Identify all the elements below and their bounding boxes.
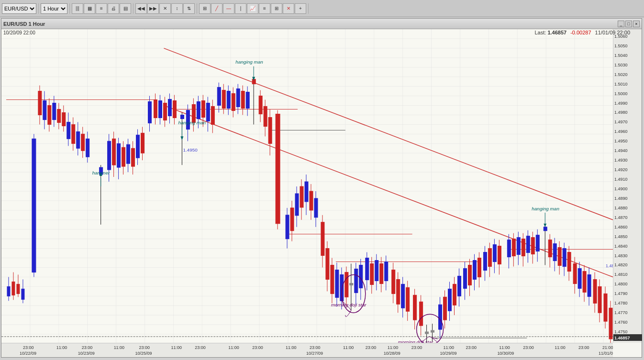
svg-rect-270 xyxy=(563,249,566,267)
svg-rect-152 xyxy=(246,92,249,109)
hline-btn[interactable]: — xyxy=(223,3,234,14)
svg-text:23:00: 23:00 xyxy=(578,345,589,350)
svg-text:1.4960: 1.4960 xyxy=(614,129,627,134)
print-btn[interactable]: 🖨 xyxy=(108,3,119,14)
svg-text:10/29/09: 10/29/09 xyxy=(440,351,457,356)
svg-rect-98 xyxy=(108,141,111,170)
svg-text:1.4990: 1.4990 xyxy=(614,101,627,106)
scroll-right-btn[interactable]: ▶▶ xyxy=(147,3,159,14)
svg-rect-112 xyxy=(141,133,144,153)
svg-rect-194 xyxy=(359,265,363,288)
svg-text:23:00: 23:00 xyxy=(82,345,92,350)
svg-rect-110 xyxy=(136,135,140,158)
svg-rect-150 xyxy=(241,91,244,109)
svg-rect-268 xyxy=(558,248,561,266)
line-chart-btn[interactable]: ≡ xyxy=(96,3,107,14)
line-btn[interactable]: ╱ xyxy=(211,3,222,14)
nav-group: ◀◀ ▶▶ ✕ ↕ ⇅ xyxy=(135,3,197,14)
auto-scroll-btn[interactable]: ⇅ xyxy=(183,3,195,14)
title-bar: EUR/USD 1 Hour _ □ × xyxy=(1,19,642,29)
vline-btn[interactable]: | xyxy=(235,3,246,14)
svg-rect-64 xyxy=(7,286,10,296)
close-btn[interactable]: × xyxy=(633,21,640,27)
svg-text:11:00: 11:00 xyxy=(444,345,454,350)
svg-text:11:00: 11:00 xyxy=(228,345,239,350)
symbol-select[interactable]: EUR/USD xyxy=(2,3,36,14)
svg-rect-172 xyxy=(305,182,308,202)
zoom-in-btn[interactable]: ✕ xyxy=(159,3,171,14)
svg-rect-212 xyxy=(406,287,410,311)
zoom-out-btn[interactable]: ↕ xyxy=(171,3,183,14)
svg-rect-140 xyxy=(217,87,221,106)
svg-rect-78 xyxy=(48,106,51,125)
trend-btn[interactable]: 📈 xyxy=(247,3,258,14)
svg-text:1.48: 1.48 xyxy=(606,263,613,268)
svg-rect-204 xyxy=(385,262,388,281)
svg-rect-230 xyxy=(458,276,461,296)
add-btn[interactable]: + xyxy=(295,3,306,14)
svg-rect-192 xyxy=(355,269,358,293)
svg-rect-106 xyxy=(127,144,130,164)
svg-rect-70 xyxy=(22,289,24,299)
svg-rect-274 xyxy=(573,264,577,284)
chart-area[interactable]: 1.4950 xyxy=(1,29,613,343)
channel-btn[interactable]: ≡ xyxy=(259,3,270,14)
svg-rect-146 xyxy=(232,94,235,111)
svg-rect-76 xyxy=(43,101,46,120)
svg-text:11:00: 11:00 xyxy=(555,345,565,350)
svg-text:1.4940: 1.4940 xyxy=(614,148,627,153)
svg-rect-222 xyxy=(439,305,442,329)
svg-rect-206 xyxy=(392,270,395,294)
svg-text:23:00: 23:00 xyxy=(195,345,205,350)
top-left-date: 10/20/09 22:00 xyxy=(3,30,35,35)
delete-btn[interactable]: ✕ xyxy=(283,3,294,14)
svg-rect-100 xyxy=(112,139,116,165)
svg-rect-250 xyxy=(512,239,515,256)
svg-text:23:00: 23:00 xyxy=(23,345,33,350)
scroll-left-btn[interactable]: ◀◀ xyxy=(135,3,147,14)
svg-rect-232 xyxy=(463,268,466,288)
svg-text:1.4920: 1.4920 xyxy=(614,167,627,172)
svg-rect-82 xyxy=(57,109,61,122)
svg-rect-276 xyxy=(578,268,581,288)
grid-btn[interactable]: ⊞ xyxy=(271,3,282,14)
svg-text:1.4750: 1.4750 xyxy=(614,329,627,334)
svg-text:1.4810: 1.4810 xyxy=(614,272,627,277)
svg-rect-136 xyxy=(206,103,210,121)
svg-rect-156 xyxy=(259,96,262,114)
svg-text:10/27/09: 10/27/09 xyxy=(306,351,323,356)
annotation-hanging-man-1: hanging man xyxy=(235,59,263,65)
svg-rect-228 xyxy=(453,284,456,305)
svg-rect-214 xyxy=(413,295,417,320)
svg-rect-264 xyxy=(548,240,552,257)
svg-rect-166 xyxy=(290,208,294,231)
svg-text:1.4850: 1.4850 xyxy=(614,234,627,239)
svg-text:1.5040: 1.5040 xyxy=(614,53,627,58)
svg-rect-92 xyxy=(81,134,85,151)
svg-text:23:00: 23:00 xyxy=(139,345,150,350)
svg-rect-240 xyxy=(483,252,487,271)
maximize-btn[interactable]: □ xyxy=(625,21,632,27)
svg-rect-174 xyxy=(310,191,313,210)
svg-rect-244 xyxy=(493,245,496,262)
svg-rect-80 xyxy=(53,103,56,120)
svg-text:11:00: 11:00 xyxy=(114,345,124,350)
svg-text:1.4890: 1.4890 xyxy=(614,196,627,201)
annotation-morning-doji-1: morning doji star xyxy=(331,302,366,307)
svg-text:1.4900: 1.4900 xyxy=(614,186,627,191)
svg-text:10/22/09: 10/22/09 xyxy=(20,351,36,356)
candle-chart-btn[interactable]: ▦ xyxy=(84,3,95,14)
crosshair-btn[interactable]: ⊞ xyxy=(199,3,211,14)
svg-text:1.5050: 1.5050 xyxy=(614,44,627,48)
svg-rect-252 xyxy=(517,238,520,255)
minimize-btn[interactable]: _ xyxy=(618,21,624,27)
template-btn[interactable]: ▤ xyxy=(120,3,131,14)
svg-rect-262 xyxy=(544,227,547,231)
timeframe-select[interactable]: 1 Hour xyxy=(41,3,67,14)
svg-rect-158 xyxy=(264,107,267,127)
svg-text:11:00: 11:00 xyxy=(343,345,354,350)
svg-rect-248 xyxy=(507,240,511,257)
svg-text:10/25/09: 10/25/09 xyxy=(135,351,152,356)
bar-chart-btn[interactable]: ||| xyxy=(72,3,83,14)
svg-rect-266 xyxy=(553,244,556,261)
